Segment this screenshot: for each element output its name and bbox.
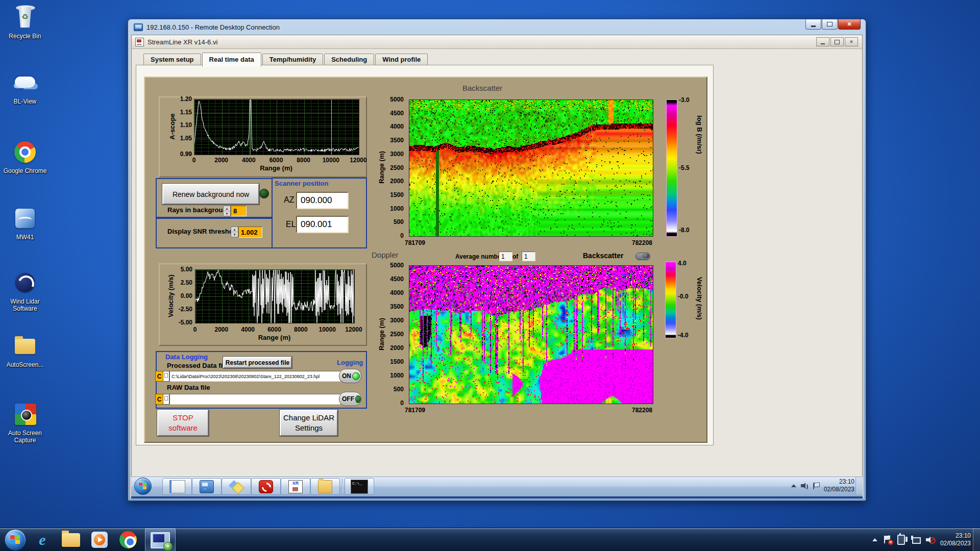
taskbar-explorer-button[interactable] bbox=[60, 530, 82, 549]
az-value-field[interactable]: 090.000 bbox=[296, 192, 349, 209]
sticky-notes-icon bbox=[230, 481, 243, 493]
processed-path-field[interactable]: C:\Lidar\Data\Proc\2023\202308\20230802\… bbox=[169, 371, 340, 382]
taskbar-chrome-button[interactable] bbox=[117, 530, 139, 549]
of-label: of bbox=[512, 253, 518, 260]
app-minimize-button[interactable] bbox=[816, 37, 829, 46]
rays-in-background-label: Rays in background bbox=[167, 206, 231, 214]
app-maximize-button[interactable] bbox=[830, 37, 844, 46]
tick-label: 10000 bbox=[318, 326, 335, 333]
desktop-icon-label: Recycle Bin bbox=[3, 33, 47, 40]
command-prompt-icon: C:\_ bbox=[351, 480, 368, 494]
tab-temp-humidity[interactable]: Temp/humidity bbox=[262, 54, 323, 66]
tick-label: 2000 bbox=[214, 157, 228, 164]
taskbar-remote-desktop-button-active[interactable] bbox=[145, 528, 176, 551]
tick-label: 8000 bbox=[294, 326, 308, 333]
raw-logging-off-button[interactable]: OFF bbox=[339, 392, 361, 406]
change-lidar-settings-button[interactable]: Change LiDAR Settings bbox=[280, 410, 338, 436]
average-number-field[interactable]: 1 bbox=[499, 252, 512, 261]
clock-date: 02/08/2023 bbox=[940, 540, 971, 547]
desktop-icon-wind-lidar[interactable]: Wind Lidar Software bbox=[3, 269, 47, 312]
remote-taskbar-notes-button[interactable] bbox=[222, 478, 251, 495]
a-scope-plot-canvas bbox=[194, 99, 359, 155]
el-value-field[interactable]: 090.001 bbox=[296, 216, 349, 233]
tab-wind-profile[interactable]: Wind profile bbox=[375, 54, 428, 66]
desktop-icon-recycle-bin[interactable]: ♻ Recycle Bin bbox=[3, 4, 47, 40]
volume-muted-icon[interactable] bbox=[926, 536, 934, 543]
tab-system-setup[interactable]: System setup bbox=[143, 54, 201, 66]
average-total-field[interactable]: 1 bbox=[522, 252, 535, 261]
snr-value-field[interactable]: 1.002 bbox=[238, 227, 262, 238]
remote-taskbar-explorer-button[interactable] bbox=[310, 478, 340, 495]
doppler-heatmap-canvas bbox=[409, 265, 653, 404]
rdp-titlebar[interactable]: 192.168.0.150 - Remote Desktop Connectio… bbox=[128, 19, 866, 35]
rdp-client-area: StreamLine XR v14-6.vi ✕ System setup Re… bbox=[130, 35, 864, 498]
stop-software-button[interactable]: STOP software bbox=[157, 410, 209, 436]
tick-label: -5.00 bbox=[179, 319, 192, 326]
action-center-flag-icon[interactable]: ✕ bbox=[884, 536, 891, 543]
raw-path-field[interactable] bbox=[169, 394, 340, 405]
processed-logging-on-button[interactable]: ON bbox=[339, 369, 361, 383]
tray-expand-icon[interactable] bbox=[791, 484, 796, 487]
a-scope-x-axis-label: Range (m) bbox=[194, 164, 358, 172]
desktop-icon-auto-screen-capture[interactable]: Auto Screen Capture bbox=[3, 401, 47, 444]
volume-icon[interactable] bbox=[801, 483, 808, 489]
labview-vi-icon bbox=[135, 38, 144, 46]
renew-background-button[interactable]: Renew background now bbox=[162, 184, 259, 205]
tick-label: 1.20 bbox=[180, 95, 192, 103]
rdp-maximize-button[interactable] bbox=[822, 19, 838, 30]
processed-drive-badge[interactable]: C bbox=[155, 371, 163, 382]
start-button[interactable] bbox=[5, 529, 26, 550]
raw-file-browse-icon[interactable] bbox=[163, 394, 169, 405]
tick-label: 5.00 bbox=[181, 266, 192, 273]
streamline-xr-icon: XR bbox=[288, 480, 303, 493]
desktop-icon-label: MW41 bbox=[3, 234, 47, 241]
remote-taskbar-stop-button[interactable] bbox=[251, 478, 281, 495]
taskbar-internet-explorer-button[interactable]: e bbox=[32, 530, 53, 549]
remote-taskbar-streamline-xr-button[interactable]: XR bbox=[281, 478, 310, 495]
backscatter-time-start: 781709 bbox=[405, 239, 425, 246]
rays-spinner[interactable]: ▲▼ bbox=[223, 206, 231, 216]
rdp-minimize-button[interactable] bbox=[805, 19, 821, 30]
remote-start-button[interactable] bbox=[134, 478, 152, 495]
doppler-colorbar bbox=[665, 262, 676, 338]
rdp-close-button[interactable]: ✕ bbox=[838, 19, 861, 30]
remote-show-desktop-strip[interactable] bbox=[855, 477, 863, 494]
remote-clock[interactable]: 23:10 02/08/2023 bbox=[824, 478, 854, 493]
streamline-app-window: StreamLine XR v14-6.vi ✕ System setup Re… bbox=[131, 35, 863, 480]
remote-taskbar-display-settings-button[interactable] bbox=[192, 478, 222, 495]
taskbar-clock[interactable]: 23:10 02/08/2023 bbox=[940, 532, 971, 547]
tab-scheduling[interactable]: Scheduling bbox=[324, 54, 374, 66]
tray-expand-icon[interactable] bbox=[872, 538, 877, 541]
app-close-button[interactable]: ✕ bbox=[845, 37, 858, 46]
average-number-label: Average number bbox=[455, 253, 503, 260]
action-center-flag-icon[interactable] bbox=[813, 483, 819, 489]
show-desktop-button[interactable] bbox=[973, 528, 980, 551]
colorbar-tick-label: -8.0 bbox=[679, 227, 690, 234]
doppler-time-end: 782208 bbox=[604, 407, 652, 414]
backscatter-doppler-toggle[interactable] bbox=[635, 253, 650, 260]
tab-real-time-data[interactable]: Real time data bbox=[202, 53, 261, 67]
main-taskbar: e ✕ 23:10 02/08/2023 bbox=[0, 528, 980, 551]
processed-file-browse-icon[interactable] bbox=[163, 371, 169, 382]
raw-drive-badge[interactable]: C bbox=[155, 394, 163, 405]
battery-icon[interactable] bbox=[897, 535, 905, 545]
stop-sign-icon bbox=[259, 480, 273, 493]
velocity-x-axis-label: Range (m) bbox=[195, 334, 354, 341]
desktop-icon-autoscreen-folder[interactable]: AutoScreen... bbox=[3, 333, 47, 368]
app-titlebar[interactable]: StreamLine XR v14-6.vi bbox=[132, 35, 862, 49]
remote-taskbar-notepad-button[interactable] bbox=[162, 478, 192, 495]
desktop-icon-bl-view[interactable]: BL-View bbox=[3, 69, 47, 105]
network-icon[interactable] bbox=[911, 536, 920, 543]
snr-spinner[interactable]: ▲▼ bbox=[231, 227, 238, 237]
tick-label: 0.99 bbox=[180, 151, 192, 158]
restart-processed-file-button[interactable]: Restart processed file bbox=[223, 357, 292, 368]
desktop-icon-label: Google Chrome bbox=[3, 167, 47, 174]
taskbar-media-player-button[interactable] bbox=[89, 530, 110, 549]
scanner-position-title: Scanner position bbox=[275, 180, 328, 187]
rays-value-field[interactable]: 8 bbox=[231, 206, 247, 216]
desktop-icon-mw41[interactable]: MW41 bbox=[3, 205, 47, 241]
renew-background-led bbox=[259, 189, 269, 198]
tick-label: 4000 bbox=[390, 123, 404, 130]
desktop-icon-google-chrome[interactable]: Google Chrome bbox=[3, 139, 47, 174]
remote-taskbar-command-prompt-button[interactable]: C:\_ bbox=[345, 478, 374, 495]
